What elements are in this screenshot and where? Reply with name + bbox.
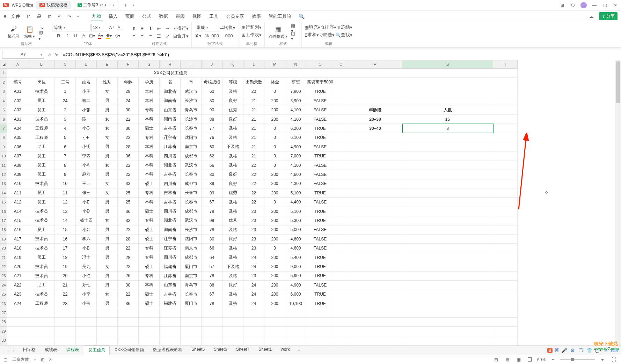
data-cell[interactable]: 女 <box>97 262 118 271</box>
data-cell[interactable]: 0 <box>264 124 285 133</box>
data-cell[interactable]: 21 <box>243 142 264 151</box>
data-cell[interactable]: 6 <box>55 142 76 151</box>
data-cell[interactable]: 四川省 <box>160 179 181 188</box>
data-cell[interactable]: 78 <box>202 299 222 308</box>
side-cell-S10[interactable] <box>402 151 493 161</box>
data-cell[interactable]: FALSE <box>306 114 334 124</box>
sheet-tab-work[interactable]: work <box>277 346 294 355</box>
row-header-7[interactable]: 7 <box>0 124 7 133</box>
side-cell-R20[interactable] <box>348 244 402 253</box>
data-cell[interactable]: 张三 <box>76 188 97 198</box>
side-cell-S5[interactable]: 人数 <box>402 105 493 114</box>
data-cell[interactable]: FALSE <box>306 170 334 179</box>
data-cell[interactable]: 18 <box>55 253 76 262</box>
data-cell[interactable]: 0 <box>264 133 285 142</box>
empty-cell[interactable] <box>402 308 493 317</box>
header-cell[interactable]: 出勤天数 <box>243 78 264 87</box>
data-cell[interactable]: 14 <box>55 216 76 225</box>
data-cell[interactable]: 28 <box>118 235 139 244</box>
sheet-tab-课程表[interactable]: 课程表 <box>62 346 83 355</box>
data-cell[interactable]: 4,600 <box>285 244 306 253</box>
row-header-22[interactable]: 22 <box>0 262 7 271</box>
data-cell[interactable]: A02 <box>7 96 28 105</box>
data-cell[interactable]: 10 <box>55 179 76 188</box>
data-cell[interactable]: 良好 <box>222 281 243 290</box>
data-cell[interactable]: 23 <box>243 216 264 225</box>
data-cell[interactable]: 24 <box>243 253 264 262</box>
empty-cell[interactable] <box>402 327 493 336</box>
col-header-T[interactable]: T <box>493 60 518 69</box>
empty-cell[interactable] <box>493 336 518 345</box>
data-cell[interactable]: 22 <box>118 262 139 271</box>
empty-cell[interactable] <box>160 327 181 336</box>
header-cell[interactable]: 省 <box>160 78 181 87</box>
data-cell[interactable]: 36 <box>118 151 139 161</box>
empty-cell[interactable] <box>306 317 334 326</box>
header-cell[interactable]: 市 <box>181 78 202 87</box>
data-cell[interactable]: 66 <box>202 244 222 253</box>
data-cell[interactable]: 员工 <box>28 198 55 207</box>
tab-menu-icon[interactable]: ▫ <box>110 3 111 7</box>
title-cell[interactable]: XXX公司员工信息 <box>7 68 334 77</box>
data-cell[interactable]: 小E <box>76 198 97 207</box>
data-cell[interactable]: 优秀 <box>222 188 243 198</box>
empty-cell[interactable] <box>97 327 118 336</box>
data-cell[interactable]: 本科 <box>139 114 160 124</box>
row-header-28[interactable]: 28 <box>0 317 7 326</box>
side-cell-S16[interactable] <box>402 207 493 216</box>
data-cell[interactable]: 200 <box>264 271 285 280</box>
data-cell[interactable]: 武汉市 <box>181 87 202 96</box>
data-cell[interactable]: TRUE <box>306 133 334 142</box>
font-color-button[interactable]: A▾ <box>97 32 104 39</box>
col-header-H[interactable]: H <box>160 60 181 69</box>
data-cell[interactable]: 21 <box>243 124 264 133</box>
data-cell[interactable]: 7,000 <box>285 151 306 161</box>
data-cell[interactable]: 78 <box>202 271 222 280</box>
data-cell[interactable]: 及格 <box>222 207 243 216</box>
data-cell[interactable]: 30 <box>118 105 139 114</box>
menu-tab-页面[interactable]: 页面 <box>125 12 135 21</box>
zoom-in-button[interactable]: + <box>599 356 606 363</box>
spreadsheet-grid[interactable]: ◢ABCDEFGHIJKLMNOQRST1XXX公司员工信息2编号岗位工号姓名性… <box>0 60 615 345</box>
data-cell[interactable]: 60 <box>202 87 222 96</box>
data-cell[interactable]: 女 <box>97 133 118 142</box>
col-header-M[interactable]: M <box>264 60 285 69</box>
increase-font-button[interactable]: A⁺ <box>108 24 116 31</box>
side-cell-R5[interactable]: 年龄段 <box>348 105 402 114</box>
empty-cell[interactable] <box>160 317 181 326</box>
col-header-A[interactable]: A <box>7 60 28 69</box>
data-cell[interactable]: 67 <box>202 198 222 207</box>
empty-cell[interactable] <box>348 308 402 317</box>
empty-cell[interactable] <box>118 327 139 336</box>
percent-button[interactable]: % <box>203 32 211 39</box>
data-cell[interactable]: 24 <box>243 299 264 308</box>
data-cell[interactable]: 青岛市 <box>181 281 202 290</box>
data-cell[interactable]: A14 <box>7 207 28 216</box>
data-cell[interactable]: 辽宁省 <box>160 133 181 142</box>
row-header-9[interactable]: 9 <box>0 142 7 151</box>
share-button[interactable]: ⇪分享 <box>599 12 618 20</box>
data-cell[interactable]: 23 <box>243 235 264 244</box>
header-cell[interactable]: 性别 <box>97 78 118 87</box>
data-cell[interactable]: 女 <box>97 290 118 299</box>
side-cell-S26[interactable] <box>402 299 493 308</box>
data-cell[interactable]: 湖南省 <box>160 225 181 234</box>
data-cell[interactable]: 28 <box>118 142 139 151</box>
data-cell[interactable]: FALSE <box>306 235 334 244</box>
data-cell[interactable]: FALSE <box>306 105 334 114</box>
col-header-N[interactable]: N <box>285 60 306 69</box>
side-cell-R11[interactable] <box>348 161 402 170</box>
data-cell[interactable]: TRUE <box>306 271 334 280</box>
data-cell[interactable]: 22 <box>243 198 264 207</box>
data-cell[interactable]: 男 <box>97 151 118 161</box>
data-cell[interactable]: 武汉市 <box>181 216 202 225</box>
data-cell[interactable]: 4 <box>55 124 76 133</box>
col-header-G[interactable]: G <box>139 60 160 69</box>
side-cell-S19[interactable] <box>402 235 493 244</box>
row-header-3[interactable]: 3 <box>0 87 7 96</box>
menu-tab-审阅[interactable]: 审阅 <box>175 12 185 21</box>
data-cell[interactable]: 不及格 <box>222 262 243 271</box>
row-header-26[interactable]: 26 <box>0 299 7 308</box>
side-cell-R21[interactable] <box>348 253 402 262</box>
data-cell[interactable]: 99 <box>202 216 222 225</box>
